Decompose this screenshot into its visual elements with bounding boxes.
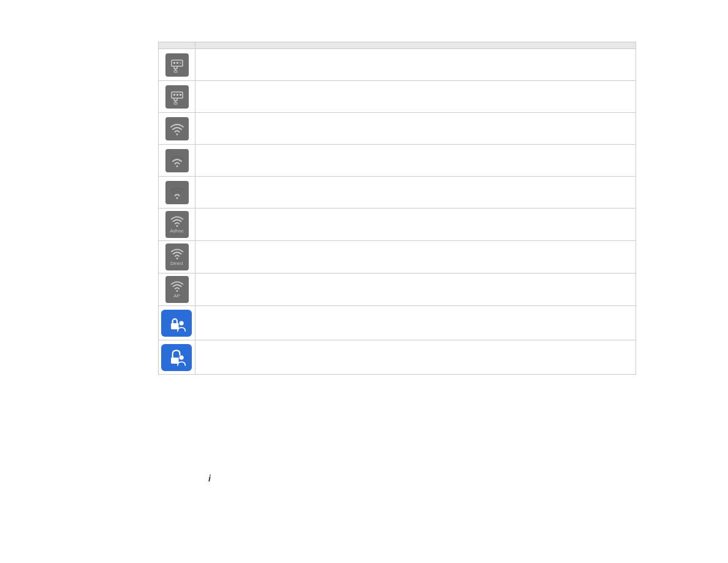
lock-unlocked-icon [161, 344, 192, 371]
table-row [159, 113, 636, 145]
header-icon-col [159, 42, 195, 49]
svg-rect-12 [180, 94, 181, 96]
wifi-full-icon [165, 117, 189, 140]
desc-cell-wifi-low [195, 177, 636, 209]
svg-point-22 [176, 258, 178, 259]
desc-cell-adhoc [195, 209, 636, 241]
icon-cell-lock-locked [159, 306, 195, 340]
svg-rect-1 [173, 62, 175, 64]
table-row [159, 145, 636, 177]
icon-cell-wifi-mid [159, 145, 195, 177]
table-header-row [159, 42, 636, 49]
svg-point-19 [176, 165, 178, 167]
svg-point-20 [176, 197, 178, 199]
icon-reference-table: Adhoc Direct [158, 42, 636, 375]
svg-point-23 [176, 290, 178, 292]
icon-cell-wired1 [159, 49, 195, 81]
icon-cell-adhoc: Adhoc [159, 209, 195, 241]
wired-network-icon-2 [165, 85, 189, 109]
icon-cell-ap: AP [159, 274, 195, 306]
desc-cell-lock-locked [195, 306, 636, 340]
ap-label: AP [173, 294, 180, 299]
wifi-ap-icon: AP [165, 276, 189, 303]
desc-cell-wifi-full [195, 113, 636, 145]
table-row: Adhoc [159, 209, 636, 241]
page: manuialshive.com [0, 0, 728, 563]
icon-cell-direct: Direct [159, 241, 195, 274]
svg-point-21 [176, 225, 178, 227]
svg-rect-3 [180, 62, 181, 64]
svg-point-18 [176, 133, 178, 135]
lock-locked-icon [161, 310, 192, 337]
table-row: AP [159, 274, 636, 306]
wifi-low-icon [165, 181, 189, 204]
wired-network-icon-1 [165, 53, 189, 77]
svg-rect-26 [171, 358, 179, 364]
desc-cell-direct [195, 241, 636, 274]
icon-cell-wifi-full [159, 113, 195, 145]
icon-cell-wifi-low [159, 177, 195, 209]
svg-rect-10 [173, 94, 175, 96]
table-row [159, 340, 636, 375]
table-row [159, 49, 636, 81]
table-row [159, 81, 636, 113]
desc-cell-wired2 [195, 81, 636, 113]
header-desc-col [195, 42, 636, 49]
desc-cell-wired1 [195, 49, 636, 81]
info-symbol: i [208, 473, 211, 483]
icon-cell-lock-unlocked [159, 340, 195, 375]
desc-cell-lock-unlocked [195, 340, 636, 375]
wifi-mid-icon [165, 149, 189, 172]
svg-point-27 [180, 355, 184, 359]
table-row [159, 177, 636, 209]
desc-cell-wifi-mid [195, 145, 636, 177]
table-row [159, 306, 636, 340]
svg-rect-24 [171, 323, 179, 329]
desc-cell-ap [195, 274, 636, 306]
table-row: Direct [159, 241, 636, 274]
svg-rect-8 [174, 71, 177, 72]
svg-rect-17 [174, 102, 177, 104]
direct-label: Direct [170, 261, 183, 266]
wifi-adhoc-icon: Adhoc [165, 211, 189, 238]
wifi-direct-icon: Direct [165, 243, 189, 270]
svg-point-25 [180, 321, 184, 325]
icon-cell-wired2 [159, 81, 195, 113]
icon-table-container: Adhoc Direct [158, 42, 636, 375]
adhoc-label: Adhoc [170, 229, 184, 234]
svg-rect-11 [176, 94, 178, 96]
svg-rect-2 [176, 62, 178, 64]
